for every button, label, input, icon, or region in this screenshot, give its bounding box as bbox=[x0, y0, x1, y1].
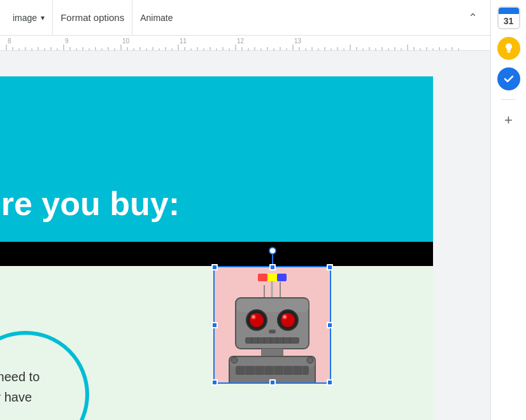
gcal-day-number: 31 bbox=[499, 14, 519, 28]
svg-rect-86 bbox=[277, 274, 287, 281]
svg-rect-109 bbox=[236, 366, 309, 375]
svg-rect-108 bbox=[231, 358, 315, 367]
robot-svg bbox=[213, 266, 331, 384]
google-calendar-icon[interactable]: 31 bbox=[496, 5, 522, 31]
svg-text:12: 12 bbox=[237, 38, 245, 45]
gcal-icon-widget: 31 bbox=[497, 6, 520, 29]
idea-icon-button[interactable] bbox=[496, 36, 522, 61]
blue-circle-check-icon bbox=[497, 67, 520, 90]
svg-point-96 bbox=[283, 316, 286, 318]
collapse-toolbar-button[interactable]: ⌃ bbox=[460, 5, 485, 31]
ruler-svg: 8 9 10 bbox=[0, 36, 465, 51]
image-button[interactable]: image ▾ bbox=[5, 0, 53, 35]
svg-text:9: 9 bbox=[65, 38, 69, 45]
slide-bottom-text: y need to dy have bbox=[0, 367, 39, 407]
svg-rect-98 bbox=[245, 337, 299, 344]
svg-point-95 bbox=[252, 316, 255, 318]
svg-point-118 bbox=[307, 357, 313, 363]
check-icon bbox=[502, 73, 515, 85]
chevron-down-icon: ▾ bbox=[41, 13, 45, 22]
svg-text:8: 8 bbox=[8, 38, 11, 45]
tasks-icon-button[interactable] bbox=[496, 66, 522, 92]
rotation-handle[interactable] bbox=[269, 247, 276, 255]
plus-icon: + bbox=[504, 112, 513, 129]
svg-text:11: 11 bbox=[180, 38, 187, 45]
right-sidebar: 31 + bbox=[490, 0, 526, 420]
main-area: image ▾ Format options Animate ⌃ 8 bbox=[0, 0, 490, 420]
svg-rect-97 bbox=[269, 330, 276, 333]
animate-button[interactable]: Animate bbox=[132, 0, 180, 35]
add-plugin-button[interactable]: + bbox=[496, 108, 522, 133]
svg-point-117 bbox=[231, 357, 238, 363]
slide[interactable]: ore you buy: y need to dy have bbox=[0, 76, 433, 420]
animate-label: Animate bbox=[140, 13, 173, 23]
svg-rect-106 bbox=[261, 349, 283, 356]
toolbar: image ▾ Format options Animate ⌃ bbox=[0, 0, 490, 36]
svg-rect-88 bbox=[237, 299, 309, 312]
svg-text:13: 13 bbox=[294, 38, 302, 45]
robot-image bbox=[213, 266, 331, 384]
selected-image-container[interactable] bbox=[213, 266, 331, 384]
slide-black-band bbox=[0, 242, 433, 266]
gcal-top-bar bbox=[499, 8, 519, 14]
sidebar-divider bbox=[501, 99, 516, 100]
svg-rect-85 bbox=[267, 274, 277, 281]
svg-text:10: 10 bbox=[122, 38, 130, 45]
lightbulb-icon bbox=[502, 42, 515, 55]
yellow-circle-icon bbox=[497, 37, 520, 60]
svg-rect-84 bbox=[258, 274, 267, 281]
svg-rect-120 bbox=[507, 52, 510, 53]
slide-bottom-line2: dy have bbox=[0, 387, 39, 407]
slide-bottom-line1: y need to bbox=[0, 367, 39, 387]
canvas-area[interactable]: ore you buy: y need to dy have bbox=[0, 51, 490, 420]
slide-headline-text: ore you buy: bbox=[0, 185, 180, 223]
image-label: image bbox=[13, 13, 37, 23]
svg-rect-119 bbox=[507, 51, 511, 52]
ruler: 8 9 10 bbox=[0, 36, 490, 51]
format-options-label: Format options bbox=[60, 12, 124, 23]
chevron-up-icon: ⌃ bbox=[468, 11, 478, 25]
format-options-button[interactable]: Format options bbox=[53, 0, 132, 35]
